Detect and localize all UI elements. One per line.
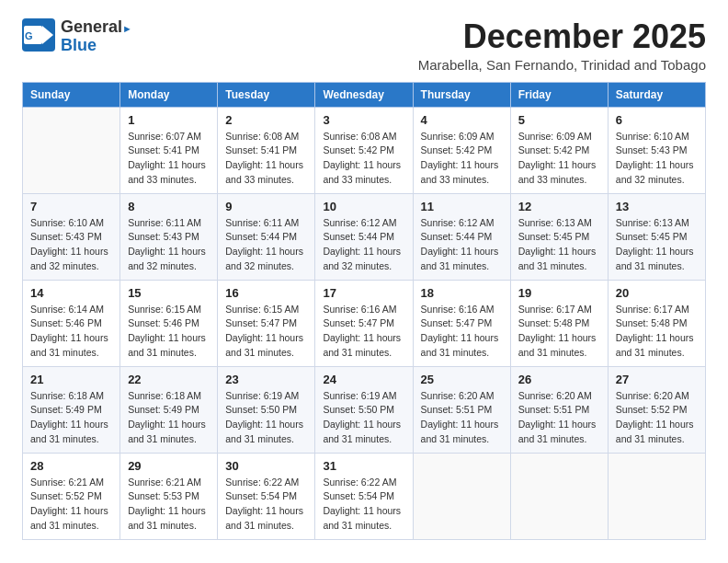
- logo-general-text: General: [61, 17, 122, 36]
- day-info: Sunrise: 6:13 AMSunset: 5:45 PMDaylight:…: [518, 216, 600, 274]
- calendar-table: SundayMondayTuesdayWednesdayThursdayFrid…: [22, 82, 706, 540]
- day-number: 9: [225, 200, 307, 213]
- calendar-cell: 1 Sunrise: 6:07 AMSunset: 5:41 PMDayligh…: [120, 107, 218, 193]
- calendar-cell: 24 Sunrise: 6:19 AMSunset: 5:50 PMDaylig…: [315, 366, 413, 453]
- calendar-cell: 26 Sunrise: 6:20 AMSunset: 5:51 PMDaylig…: [510, 366, 608, 453]
- day-info: Sunrise: 6:16 AMSunset: 5:47 PMDaylight:…: [323, 303, 404, 361]
- calendar-cell: 3 Sunrise: 6:08 AMSunset: 5:42 PMDayligh…: [315, 107, 413, 193]
- day-number: 3: [323, 113, 404, 127]
- day-info: Sunrise: 6:12 AMSunset: 5:44 PMDaylight:…: [323, 216, 404, 274]
- day-number: 25: [421, 373, 503, 386]
- title-block: December 2025 Marabella, San Fernando, T…: [418, 18, 706, 73]
- day-info: Sunrise: 6:16 AMSunset: 5:47 PMDaylight:…: [421, 303, 503, 361]
- day-number: 5: [518, 113, 600, 127]
- day-info: Sunrise: 6:10 AMSunset: 5:43 PMDaylight:…: [616, 130, 698, 188]
- logo: G General► Blue: [22, 18, 132, 55]
- day-info: Sunrise: 6:08 AMSunset: 5:42 PMDaylight:…: [323, 130, 404, 188]
- day-number: 19: [518, 286, 600, 300]
- day-info: Sunrise: 6:19 AMSunset: 5:50 PMDaylight:…: [323, 389, 404, 447]
- weekday-header-saturday: Saturday: [608, 82, 705, 107]
- weekday-header-sunday: Sunday: [23, 82, 120, 107]
- day-number: 8: [128, 200, 210, 213]
- calendar-cell: 15 Sunrise: 6:15 AMSunset: 5:46 PMDaylig…: [120, 280, 218, 366]
- weekday-header-friday: Friday: [510, 82, 608, 107]
- day-number: 26: [518, 373, 600, 386]
- day-info: Sunrise: 6:09 AMSunset: 5:42 PMDaylight:…: [421, 130, 503, 188]
- calendar-cell: 11 Sunrise: 6:12 AMSunset: 5:44 PMDaylig…: [413, 193, 510, 280]
- day-info: Sunrise: 6:08 AMSunset: 5:41 PMDaylight:…: [225, 130, 307, 188]
- calendar-cell: 21 Sunrise: 6:18 AMSunset: 5:49 PMDaylig…: [23, 366, 120, 453]
- day-number: 11: [421, 200, 503, 213]
- day-number: 24: [323, 373, 404, 386]
- calendar-cell: [23, 107, 120, 193]
- calendar-cell: 6 Sunrise: 6:10 AMSunset: 5:43 PMDayligh…: [608, 107, 705, 193]
- day-info: Sunrise: 6:22 AMSunset: 5:54 PMDaylight:…: [225, 476, 307, 534]
- day-info: Sunrise: 6:13 AMSunset: 5:45 PMDaylight:…: [616, 216, 698, 274]
- calendar-cell: 28 Sunrise: 6:21 AMSunset: 5:52 PMDaylig…: [23, 453, 120, 539]
- calendar-cell: 20 Sunrise: 6:17 AMSunset: 5:48 PMDaylig…: [608, 280, 705, 366]
- calendar-cell: 25 Sunrise: 6:20 AMSunset: 5:51 PMDaylig…: [413, 366, 510, 453]
- weekday-header-monday: Monday: [120, 82, 218, 107]
- day-info: Sunrise: 6:22 AMSunset: 5:54 PMDaylight:…: [323, 476, 404, 534]
- calendar-cell: 14 Sunrise: 6:14 AMSunset: 5:46 PMDaylig…: [23, 280, 120, 366]
- day-info: Sunrise: 6:11 AMSunset: 5:43 PMDaylight:…: [128, 216, 210, 274]
- logo-blue-text: Blue: [61, 36, 97, 54]
- weekday-header-wednesday: Wednesday: [315, 82, 413, 107]
- day-info: Sunrise: 6:10 AMSunset: 5:43 PMDaylight:…: [30, 216, 112, 274]
- day-number: 10: [323, 200, 404, 213]
- day-info: Sunrise: 6:15 AMSunset: 5:46 PMDaylight:…: [128, 303, 210, 361]
- calendar-cell: 5 Sunrise: 6:09 AMSunset: 5:42 PMDayligh…: [510, 107, 608, 193]
- calendar-cell: 22 Sunrise: 6:18 AMSunset: 5:49 PMDaylig…: [120, 366, 218, 453]
- calendar-cell: 2 Sunrise: 6:08 AMSunset: 5:41 PMDayligh…: [218, 107, 315, 193]
- calendar-cell: 23 Sunrise: 6:19 AMSunset: 5:50 PMDaylig…: [218, 366, 315, 453]
- calendar-cell: 19 Sunrise: 6:17 AMSunset: 5:48 PMDaylig…: [510, 280, 608, 366]
- day-number: 13: [616, 200, 698, 213]
- day-number: 12: [518, 200, 600, 213]
- day-info: Sunrise: 6:11 AMSunset: 5:44 PMDaylight:…: [225, 216, 307, 274]
- day-number: 15: [128, 286, 210, 300]
- calendar-cell: [510, 453, 608, 539]
- day-number: 30: [225, 459, 307, 473]
- day-info: Sunrise: 6:20 AMSunset: 5:51 PMDaylight:…: [421, 389, 503, 447]
- calendar-cell: 13 Sunrise: 6:13 AMSunset: 5:45 PMDaylig…: [608, 193, 705, 280]
- day-number: 18: [421, 286, 503, 300]
- logo-icon: G: [22, 18, 55, 52]
- day-info: Sunrise: 6:12 AMSunset: 5:44 PMDaylight:…: [421, 216, 503, 274]
- day-info: Sunrise: 6:21 AMSunset: 5:52 PMDaylight:…: [30, 476, 112, 534]
- calendar-cell: 18 Sunrise: 6:16 AMSunset: 5:47 PMDaylig…: [413, 280, 510, 366]
- day-info: Sunrise: 6:20 AMSunset: 5:51 PMDaylight:…: [518, 389, 600, 447]
- calendar-cell: 31 Sunrise: 6:22 AMSunset: 5:54 PMDaylig…: [315, 453, 413, 539]
- calendar-cell: 8 Sunrise: 6:11 AMSunset: 5:43 PMDayligh…: [120, 193, 218, 280]
- calendar-cell: 4 Sunrise: 6:09 AMSunset: 5:42 PMDayligh…: [413, 107, 510, 193]
- calendar-cell: 27 Sunrise: 6:20 AMSunset: 5:52 PMDaylig…: [608, 366, 705, 453]
- day-number: 17: [323, 286, 404, 300]
- day-info: Sunrise: 6:18 AMSunset: 5:49 PMDaylight:…: [30, 389, 112, 447]
- day-number: 6: [616, 113, 698, 127]
- calendar-cell: 9 Sunrise: 6:11 AMSunset: 5:44 PMDayligh…: [218, 193, 315, 280]
- day-number: 27: [616, 373, 698, 386]
- calendar-cell: 12 Sunrise: 6:13 AMSunset: 5:45 PMDaylig…: [510, 193, 608, 280]
- day-info: Sunrise: 6:21 AMSunset: 5:53 PMDaylight:…: [128, 476, 210, 534]
- calendar-cell: 30 Sunrise: 6:22 AMSunset: 5:54 PMDaylig…: [218, 453, 315, 539]
- calendar-cell: 29 Sunrise: 6:21 AMSunset: 5:53 PMDaylig…: [120, 453, 218, 539]
- day-number: 4: [421, 113, 503, 127]
- day-info: Sunrise: 6:14 AMSunset: 5:46 PMDaylight:…: [30, 303, 112, 361]
- calendar-cell: 10 Sunrise: 6:12 AMSunset: 5:44 PMDaylig…: [315, 193, 413, 280]
- subtitle: Marabella, San Fernando, Trinidad and To…: [418, 57, 706, 73]
- day-info: Sunrise: 6:17 AMSunset: 5:48 PMDaylight:…: [616, 303, 698, 361]
- day-number: 23: [225, 373, 307, 386]
- day-number: 29: [128, 459, 210, 473]
- day-number: 21: [30, 373, 112, 386]
- svg-text:G: G: [25, 30, 33, 41]
- day-number: 20: [616, 286, 698, 300]
- day-info: Sunrise: 6:19 AMSunset: 5:50 PMDaylight:…: [225, 389, 307, 447]
- day-number: 1: [128, 113, 210, 127]
- calendar-cell: 16 Sunrise: 6:15 AMSunset: 5:47 PMDaylig…: [218, 280, 315, 366]
- day-info: Sunrise: 6:09 AMSunset: 5:42 PMDaylight:…: [518, 130, 600, 188]
- month-title: December 2025: [418, 18, 706, 55]
- weekday-header-tuesday: Tuesday: [218, 82, 315, 107]
- day-number: 7: [30, 200, 112, 213]
- day-info: Sunrise: 6:17 AMSunset: 5:48 PMDaylight:…: [518, 303, 600, 361]
- calendar-cell: [608, 453, 705, 539]
- day-number: 2: [225, 113, 307, 127]
